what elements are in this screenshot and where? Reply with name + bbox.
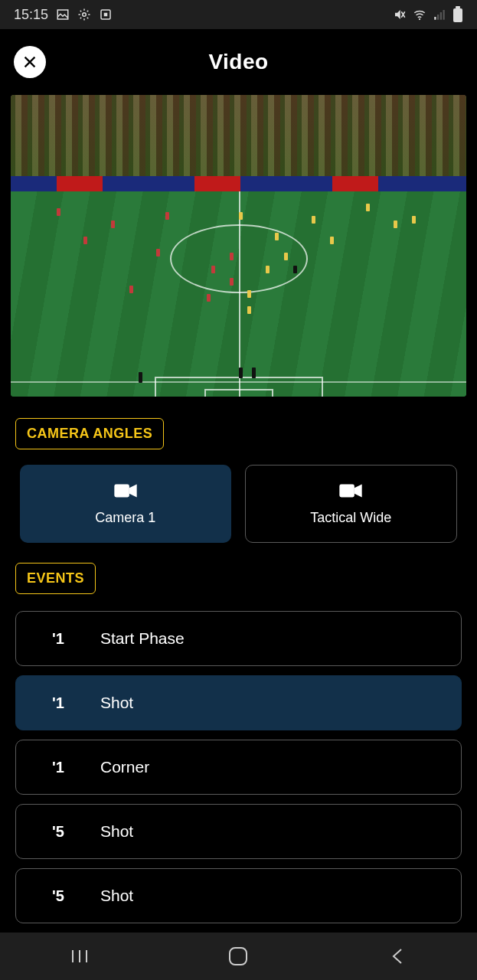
video-adboard: [11, 176, 466, 191]
event-time: '5: [16, 823, 100, 841]
svg-point-3: [419, 18, 420, 20]
svg-point-0: [83, 13, 87, 17]
video-camera-icon: [339, 482, 362, 499]
event-desc: Shot: [100, 694, 133, 712]
camera-card-1[interactable]: Camera 1: [20, 465, 231, 543]
svg-rect-12: [230, 948, 247, 965]
event-desc: Shot: [100, 822, 133, 841]
event-time: '1: [16, 630, 100, 648]
signal-icon: [433, 8, 446, 21]
camera-label: Tactical Wide: [310, 510, 391, 526]
svg-rect-9: [456, 6, 460, 8]
battery-icon: [452, 7, 463, 22]
svg-rect-7: [443, 10, 445, 20]
page-title: Video: [208, 50, 268, 74]
status-right: [393, 7, 463, 22]
camera-angles-label: CAMERA ANGLES: [15, 418, 164, 449]
svg-rect-6: [440, 12, 442, 20]
home-button[interactable]: [211, 941, 265, 972]
video-player[interactable]: [11, 95, 466, 397]
video-stands: [11, 95, 466, 179]
event-desc: Start Phase: [100, 629, 185, 648]
header: Video: [0, 29, 477, 95]
image-icon: [56, 8, 70, 21]
status-left: 15:15: [14, 7, 113, 23]
gear-icon: [77, 8, 91, 21]
stop-icon: [99, 8, 113, 21]
mute-icon: [393, 8, 407, 21]
events-list: '1 Start Phase '1 Shot '1 Corner '5 Shot…: [0, 611, 477, 939]
svg-rect-2: [104, 13, 108, 17]
event-row[interactable]: '1 Shot: [15, 675, 462, 730]
wifi-icon: [413, 8, 426, 21]
camera-row: Camera 1 Tactical Wide: [0, 465, 477, 563]
event-row[interactable]: '5 Shot: [15, 804, 462, 859]
recents-button[interactable]: [53, 941, 106, 972]
svg-rect-10: [114, 484, 129, 497]
camera-card-2[interactable]: Tactical Wide: [245, 465, 458, 543]
event-row[interactable]: '1 Start Phase: [15, 611, 462, 666]
event-row[interactable]: '1 Corner: [15, 740, 462, 795]
video-camera-icon: [114, 482, 137, 499]
svg-rect-8: [453, 8, 462, 22]
events-label: EVENTS: [15, 563, 96, 594]
svg-rect-4: [434, 17, 436, 20]
status-bar: 15:15: [0, 0, 477, 29]
event-row[interactable]: '5 Shot: [15, 868, 462, 923]
video-pitch: [11, 191, 466, 397]
android-nav-bar: [0, 933, 477, 980]
event-desc: Corner: [100, 758, 149, 776]
status-time: 15:15: [14, 7, 48, 23]
event-time: '5: [16, 887, 100, 905]
event-time: '1: [16, 759, 100, 776]
svg-rect-11: [340, 484, 355, 497]
close-button[interactable]: [14, 46, 46, 78]
svg-rect-5: [437, 15, 439, 20]
close-icon: [21, 54, 38, 70]
event-desc: Shot: [100, 887, 133, 905]
camera-label: Camera 1: [95, 510, 155, 526]
event-time: '1: [16, 694, 100, 712]
back-button[interactable]: [371, 941, 424, 972]
